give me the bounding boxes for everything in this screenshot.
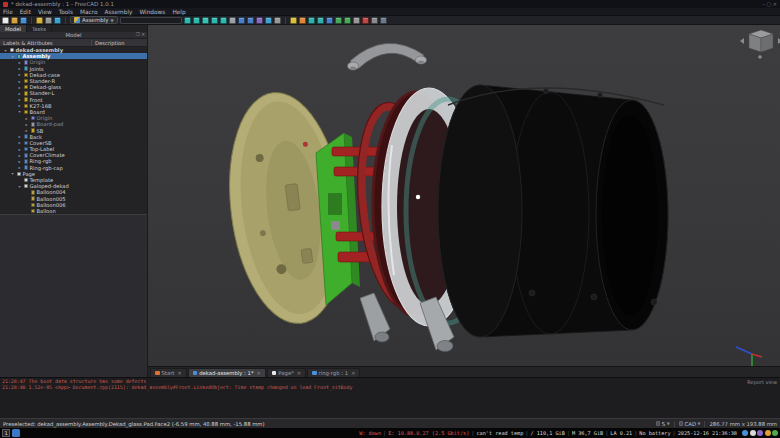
monitor-tray-icon[interactable]: [772, 430, 778, 436]
menu-assembly[interactable]: Assembly: [105, 9, 133, 15]
create-assembly-icon[interactable]: [184, 17, 191, 24]
std-link-icon[interactable]: [247, 17, 254, 24]
menu-file[interactable]: File: [3, 9, 13, 15]
new-joint-icon[interactable]: [202, 17, 209, 24]
std-group-icon[interactable]: [256, 17, 263, 24]
title-bar[interactable]: * dekad-assembly : 1 - FreeCAD 1.0.1 – ▢…: [0, 0, 780, 8]
statusbar-control-cad[interactable]: CAD▼: [679, 421, 701, 427]
tree-expander[interactable]: ▾: [3, 48, 8, 53]
menu-view[interactable]: View: [38, 9, 52, 15]
tree-column-headers[interactable]: Labels & Attributes Description: [0, 39, 147, 47]
insert-component-icon[interactable]: [193, 17, 200, 24]
tree-expander[interactable]: ▸: [17, 72, 22, 77]
statusbar-control-286-77-mm-x-193-88-mm[interactable]: 286.77 mm x 193.88 mm: [709, 421, 777, 427]
edit-sketch-icon[interactable]: [299, 17, 306, 24]
variable-set-icon[interactable]: [265, 17, 272, 24]
measure-tool-icon[interactable]: [326, 17, 333, 24]
clipping-plane-icon[interactable]: [344, 17, 351, 24]
exploded-view-icon[interactable]: [220, 17, 227, 24]
tree-expander[interactable]: ▾: [10, 171, 15, 176]
tree-expander[interactable]: ▸: [17, 60, 22, 65]
mirror-tool-icon[interactable]: [308, 17, 315, 24]
combo-tab-model[interactable]: Model: [0, 25, 27, 32]
tree-expander[interactable]: ▸: [17, 134, 22, 139]
undo-icon[interactable]: [36, 17, 43, 24]
stop-operation-icon[interactable]: [362, 17, 369, 24]
part-link-icon: [24, 97, 29, 102]
tree-item-label: Origin: [30, 59, 46, 65]
close-tab-icon[interactable]: ✕: [177, 370, 181, 376]
workspace-indicator[interactable]: 1: [2, 429, 10, 437]
tree-expander[interactable]: ▸: [17, 165, 22, 170]
grounded-joint-icon[interactable]: [211, 17, 218, 24]
window-controls[interactable]: – ▢ ✕: [762, 1, 777, 7]
tree-expander[interactable]: ▸: [17, 85, 22, 90]
dock-window-buttons[interactable]: ❐ ✕: [136, 32, 145, 37]
model-dock-titlebar[interactable]: Model ❐ ✕: [0, 32, 147, 39]
bill-of-materials-icon[interactable]: [229, 17, 236, 24]
document-tab-start[interactable]: Start✕: [150, 368, 187, 377]
taskbar-app-icon[interactable]: [12, 429, 20, 437]
open-file-icon[interactable]: [11, 17, 18, 24]
tree-expander[interactable]: ▾: [10, 54, 15, 59]
new-sketch-icon[interactable]: [290, 17, 297, 24]
handle-part[interactable]: [348, 43, 427, 70]
tree-expander[interactable]: ▸: [24, 116, 29, 121]
tree-expander[interactable]: ▸: [17, 97, 22, 102]
tree-expander[interactable]: ▸: [17, 147, 22, 152]
document-tab-dekad-assembly-1-[interactable]: dekad-assembly : 1*✕: [188, 368, 266, 377]
tree-expander[interactable]: ▾: [17, 109, 22, 114]
tree-expander[interactable]: ▸: [17, 79, 22, 84]
menu-tools[interactable]: Tools: [59, 9, 73, 15]
menu-windows[interactable]: Windows: [139, 9, 165, 15]
section-view-icon[interactable]: [335, 17, 342, 24]
tree-item-label: Ring-rgb: [30, 158, 52, 164]
network-tray-icon[interactable]: [742, 430, 748, 436]
update-tray-icon[interactable]: [765, 430, 771, 436]
3d-viewport[interactable]: [148, 25, 780, 366]
close-tab-icon[interactable]: ✕: [257, 370, 261, 376]
tree-expander[interactable]: ▸: [24, 122, 29, 127]
whats-this-icon[interactable]: [274, 17, 281, 24]
tree-item-label: CoverSB: [30, 140, 52, 146]
save-file-icon[interactable]: [20, 17, 27, 24]
document-tab-page-[interactable]: Page*✕: [267, 368, 306, 377]
description-column-header[interactable]: Description: [92, 40, 125, 46]
appearance-tool-icon[interactable]: [353, 17, 360, 24]
close-tab-icon[interactable]: ✕: [351, 370, 355, 376]
navigation-combo-box[interactable]: [120, 17, 182, 24]
document-tab-icon: [193, 371, 198, 376]
case-cylinder-part[interactable]: [438, 85, 668, 337]
redo-icon[interactable]: [45, 17, 52, 24]
vpn-tray-icon[interactable]: [757, 430, 763, 436]
property-editor-empty[interactable]: [0, 214, 147, 377]
workbench-selector[interactable]: Assembly ▼: [70, 16, 118, 24]
std-part-icon[interactable]: [238, 17, 245, 24]
statusbar-control-icon: [656, 421, 661, 426]
combo-tab-tasks[interactable]: Tasks: [27, 25, 52, 32]
tree-expander[interactable]: ▸: [24, 128, 29, 133]
refresh-icon[interactable]: [54, 17, 61, 24]
tree-expander[interactable]: ▸: [17, 153, 22, 158]
tree-expander[interactable]: ▸: [17, 140, 22, 145]
tree-expander[interactable]: ▾: [17, 184, 22, 189]
pattern-tool-icon[interactable]: [317, 17, 324, 24]
settings-tray-icon[interactable]: [750, 430, 756, 436]
tree-expander[interactable]: ▸: [17, 91, 22, 96]
menu-macro[interactable]: Macro: [80, 9, 98, 15]
document-tab-ring-rgb-1[interactable]: ring-rgb : 1✕: [307, 368, 360, 377]
menu-help[interactable]: Help: [172, 9, 185, 15]
navigation-cube[interactable]: [740, 30, 780, 59]
dependency-graph-icon[interactable]: [371, 17, 378, 24]
menu-edit[interactable]: Edit: [20, 9, 31, 15]
statusbar-control-s[interactable]: S▼: [656, 421, 670, 427]
drawing-view-icon: [24, 184, 29, 189]
labels-attributes-column-header[interactable]: Labels & Attributes: [0, 40, 92, 46]
report-view-panel[interactable]: Report view 21:28:47 The boot data struc…: [0, 377, 780, 418]
tree-expander[interactable]: ▸: [17, 66, 22, 71]
close-tab-icon[interactable]: ✕: [297, 370, 301, 376]
tree-expander[interactable]: ▸: [17, 159, 22, 164]
tree-expander[interactable]: ▸: [17, 103, 22, 108]
new-file-icon[interactable]: [2, 17, 9, 24]
addon-manager-icon[interactable]: [380, 17, 387, 24]
